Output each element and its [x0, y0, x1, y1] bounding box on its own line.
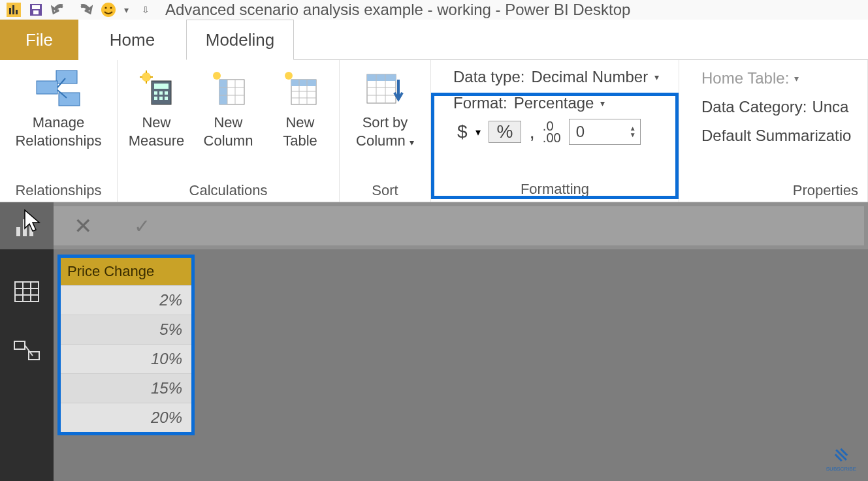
column-header[interactable]: Price Change [61, 258, 191, 285]
feedback-dropdown-icon[interactable]: ▾ [124, 5, 129, 15]
svg-point-35 [285, 72, 293, 80]
new-measure-label: New Measure [129, 114, 185, 149]
chevron-down-icon: ▾ [600, 98, 605, 108]
formula-input[interactable] [171, 206, 864, 245]
new-table-icon [282, 64, 319, 114]
data-type-dropdown[interactable]: Data type: Decimal Number ▾ [453, 68, 659, 86]
thousands-separator-button[interactable]: , [529, 121, 534, 143]
group-formatting-label: Formatting [431, 181, 679, 198]
group-relationships: Manage Relationships Relationships [0, 60, 118, 202]
report-view-icon[interactable] [14, 213, 40, 239]
view-switcher [0, 249, 54, 481]
formula-commit-button[interactable]: ✓ [112, 206, 171, 245]
new-measure-icon [138, 64, 175, 114]
data-category-dropdown[interactable]: Data Category: Unca [701, 98, 848, 116]
new-column-label: New Column [204, 114, 253, 149]
format-dropdown[interactable]: Format: Percentage ▾ [453, 94, 605, 112]
sort-by-column-icon [364, 64, 406, 114]
format-value: Percentage [514, 94, 594, 112]
group-calculations-label: Calculations [189, 178, 268, 199]
ribbon: Manage Relationships Relationships New M… [0, 60, 868, 202]
sort-by-column-label: Sort by Column ▾ [356, 114, 414, 149]
data-type-label: Data type: [453, 68, 524, 86]
svg-point-8 [104, 7, 106, 8]
window-title: Advanced scenario analysis example - wor… [165, 1, 630, 19]
sort-by-column-button[interactable]: Sort by Column ▾ [346, 64, 425, 149]
svg-point-15 [142, 72, 151, 82]
tabs-spacer [294, 20, 868, 60]
svg-rect-22 [154, 91, 157, 95]
svg-rect-26 [159, 97, 163, 100]
spinner-arrows-icon[interactable]: ▲▼ [630, 125, 636, 138]
model-view-button[interactable] [0, 321, 54, 380]
group-calculations: New Measure New Column [118, 60, 340, 202]
group-properties-label: Properties [793, 178, 858, 199]
svg-rect-56 [14, 341, 25, 349]
main-area: Price Change 2% 5% 10% 15% 20% [0, 249, 868, 481]
group-properties: Home Table: ▾ Data Category: Unca Defaul… [679, 60, 868, 202]
new-measure-button[interactable]: New Measure [124, 64, 189, 149]
new-column-button[interactable]: New Column [196, 64, 261, 149]
svg-rect-5 [32, 5, 40, 9]
data-view-button[interactable] [0, 262, 54, 321]
tab-home[interactable]: Home [78, 20, 186, 60]
svg-rect-2 [12, 5, 14, 14]
svg-rect-11 [37, 81, 57, 94]
feedback-smile-icon[interactable] [101, 2, 116, 18]
new-table-button[interactable]: New Table [268, 64, 333, 149]
table-row[interactable]: 20% [61, 403, 191, 432]
svg-rect-27 [165, 97, 168, 100]
table-row[interactable]: 5% [61, 315, 191, 344]
table-row[interactable]: 15% [61, 373, 191, 403]
chevron-down-icon: ▾ [654, 72, 659, 82]
new-table-label: New Table [283, 114, 317, 149]
decimal-places-input[interactable] [570, 119, 615, 144]
svg-rect-50 [29, 223, 33, 236]
svg-rect-49 [23, 219, 27, 236]
svg-rect-51 [15, 282, 39, 302]
tab-file[interactable]: File [0, 20, 78, 60]
manage-relationships-icon [33, 64, 85, 114]
home-table-dropdown[interactable]: Home Table: ▾ [701, 69, 799, 87]
percent-format-button[interactable]: % [489, 121, 522, 143]
svg-rect-10 [56, 70, 77, 84]
new-column-icon [210, 64, 247, 114]
undo-icon[interactable] [51, 3, 68, 17]
table-row[interactable]: 10% [61, 344, 191, 373]
svg-point-28 [213, 72, 221, 80]
group-formatting: Data type: Decimal Number ▾ Format: Perc… [431, 60, 679, 202]
manage-relationships-button[interactable]: Manage Relationships [3, 64, 114, 149]
redo-icon[interactable] [76, 3, 93, 17]
svg-line-59 [836, 450, 846, 460]
svg-rect-25 [154, 97, 157, 100]
save-icon[interactable] [29, 3, 43, 17]
data-canvas[interactable]: Price Change 2% 5% 10% 15% 20% [54, 249, 868, 481]
svg-rect-37 [291, 80, 316, 86]
subscribe-watermark: SUBSCRIBE [826, 444, 856, 472]
decimal-icon: .0 .00 [543, 120, 561, 144]
svg-rect-43 [367, 74, 396, 81]
qat-customize-icon[interactable]: ⇩ [142, 5, 150, 15]
data-table[interactable]: Price Change 2% 5% 10% 15% 20% [57, 255, 195, 435]
default-summarization-dropdown[interactable]: Default Summarizatio [701, 127, 851, 145]
formula-cancel-button[interactable]: ✕ [54, 206, 112, 245]
group-sort: Sort by Column ▾ Sort [340, 60, 431, 202]
home-table-label: Home Table: [701, 69, 789, 87]
svg-point-7 [101, 3, 116, 17]
svg-rect-24 [165, 91, 168, 95]
currency-dropdown-icon[interactable]: ▾ [475, 126, 481, 138]
decimal-places-stepper[interactable]: ▲▼ [569, 119, 641, 145]
app-icon [7, 3, 21, 17]
tab-modeling[interactable]: Modeling [186, 20, 294, 60]
default-summarization-label: Default Summarizatio [701, 127, 851, 145]
group-sort-label: Sort [372, 178, 398, 199]
data-category-label: Data Category: [701, 98, 807, 116]
chevron-down-icon: ▾ [794, 73, 799, 84]
table-row[interactable]: 2% [61, 285, 191, 315]
formula-bar: ✕ ✓ [0, 202, 868, 249]
group-relationships-label: Relationships [15, 178, 101, 199]
svg-rect-6 [33, 10, 39, 14]
currency-format-button[interactable]: $ [457, 121, 468, 142]
data-category-value: Unca [812, 98, 848, 116]
svg-rect-30 [219, 80, 227, 104]
